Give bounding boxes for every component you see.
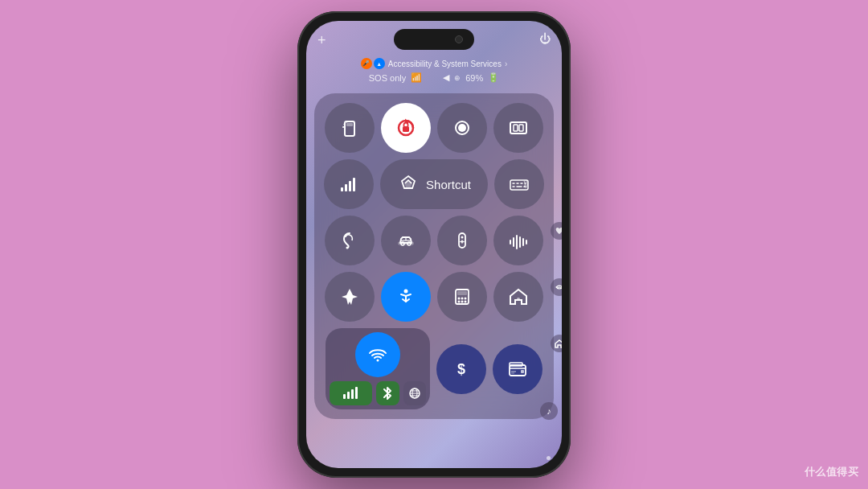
svg-rect-39 <box>456 290 469 304</box>
svg-point-43 <box>465 298 467 300</box>
calculator-button[interactable] <box>437 272 487 322</box>
svg-rect-12 <box>353 178 355 191</box>
phone-frame: + ⏻ 🎤 ▲ Accessibility & System Services … <box>297 11 571 478</box>
svg-rect-40 <box>457 291 467 295</box>
svg-rect-11 <box>349 181 351 191</box>
music-side-button[interactable]: ♪ <box>540 402 558 420</box>
svg-point-5 <box>458 124 466 132</box>
svg-point-23 <box>346 247 349 249</box>
svg-rect-50 <box>347 392 350 399</box>
svg-point-24 <box>401 242 404 245</box>
wallet-button[interactable] <box>493 344 542 394</box>
svg-text:$: $ <box>457 361 465 377</box>
phone-screen: + ⏻ 🎤 ▲ Accessibility & System Services … <box>306 21 562 468</box>
row-1 <box>324 103 544 153</box>
add-button[interactable]: + <box>317 32 326 49</box>
mic-icon: 🎤 <box>361 58 372 69</box>
airplane-mode-button[interactable] <box>325 272 375 322</box>
svg-rect-59 <box>510 365 526 376</box>
svg-point-46 <box>465 301 467 303</box>
wifi-button[interactable] <box>355 332 400 377</box>
svg-rect-15 <box>510 180 528 190</box>
row-5-container: $ <box>324 328 544 409</box>
gps-icon: ⊕ <box>454 74 461 82</box>
svg-rect-0 <box>345 121 354 136</box>
globe-button[interactable] <box>403 381 426 405</box>
cash-button[interactable]: $ <box>436 344 486 394</box>
wifi-icon: 📶 <box>411 72 422 83</box>
screen-record-button[interactable] <box>437 103 487 153</box>
cell-data-button[interactable] <box>330 381 372 405</box>
keyboard-button[interactable] <box>494 159 544 209</box>
location-icon: ▲ <box>374 58 385 69</box>
accessibility-shortcut-button[interactable] <box>381 272 431 322</box>
accessibility-text: Accessibility & System Services <box>388 60 502 68</box>
svg-point-38 <box>404 290 408 294</box>
chevron-icon: › <box>505 60 507 68</box>
svg-point-41 <box>458 298 461 300</box>
front-camera <box>455 35 463 43</box>
cellular-signal-button[interactable] <box>324 159 374 209</box>
accessibility-row[interactable]: 🎤 ▲ Accessibility & System Services › <box>361 58 508 69</box>
svg-rect-3 <box>403 126 409 132</box>
music-note-icon: ♪ <box>547 406 551 416</box>
hearing-button[interactable] <box>325 216 375 265</box>
svg-point-47 <box>517 298 520 301</box>
battery-percent: 69% <box>465 73 483 83</box>
svg-rect-9 <box>341 187 343 191</box>
svg-point-25 <box>407 242 411 245</box>
driving-mode-button[interactable] <box>381 216 431 265</box>
home-indicator <box>547 456 551 460</box>
sos-text: SOS only <box>369 73 406 83</box>
sound-recognition-button[interactable] <box>493 216 543 265</box>
battery-icon: 🔋 <box>488 72 499 83</box>
svg-point-4 <box>456 121 469 134</box>
watermark: 什么值得买 <box>805 465 859 479</box>
svg-rect-7 <box>514 125 518 131</box>
svg-rect-6 <box>510 122 526 134</box>
svg-rect-51 <box>351 389 354 399</box>
svg-point-2 <box>399 121 413 135</box>
remote-button[interactable] <box>437 216 487 265</box>
shortcut-label: Shortcut <box>426 178 471 191</box>
svg-point-44 <box>458 301 461 303</box>
svg-rect-49 <box>343 394 346 399</box>
connectivity-group <box>326 328 430 409</box>
home-button[interactable] <box>493 272 543 322</box>
svg-point-48 <box>377 360 379 362</box>
svg-point-45 <box>461 301 464 303</box>
svg-rect-28 <box>459 233 465 248</box>
screen-lock-button[interactable] <box>381 103 431 153</box>
control-center-panel: Shortcut <box>314 93 554 419</box>
svg-rect-8 <box>519 125 523 131</box>
rotation-lock-button[interactable] <box>325 103 375 153</box>
home-side-button[interactable] <box>551 335 562 352</box>
bluetooth-button[interactable] <box>376 381 399 405</box>
screen-mirror-button[interactable] <box>493 103 543 153</box>
svg-point-42 <box>461 298 464 300</box>
svg-rect-10 <box>345 184 347 191</box>
location-arrow-icon: ◀ <box>443 72 449 83</box>
sos-row: SOS only 📶 ◀ ⊕ 69% 🔋 <box>369 72 500 83</box>
row-4 <box>324 272 544 322</box>
svg-rect-52 <box>355 387 358 399</box>
svg-rect-60 <box>510 363 522 366</box>
cellular-side-button[interactable] <box>551 278 562 296</box>
notch <box>394 29 474 50</box>
svg-point-29 <box>461 236 464 239</box>
power-button[interactable]: ⏻ <box>539 32 551 45</box>
svg-rect-1 <box>346 123 353 126</box>
row-3 <box>324 216 544 265</box>
svg-rect-27 <box>399 242 413 244</box>
shortcut-button[interactable]: Shortcut <box>380 159 488 209</box>
heart-side-button[interactable] <box>551 222 562 240</box>
svg-rect-61 <box>521 370 524 373</box>
row-2: Shortcut <box>324 159 544 209</box>
status-bar: 🎤 ▲ Accessibility & System Services › SO… <box>306 58 562 83</box>
